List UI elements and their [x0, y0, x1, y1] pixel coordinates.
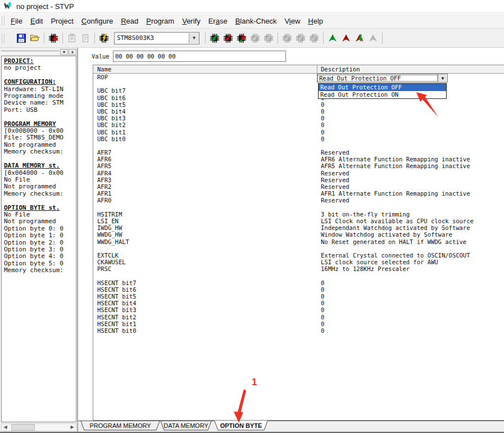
option-desc-cell: Reserved	[321, 183, 349, 190]
toolbar-separator	[44, 33, 44, 44]
table-row[interactable]: UBC bit10	[93, 129, 504, 136]
chip-program-all-button[interactable]	[294, 31, 307, 45]
table-row[interactable]: AFR1AFR1 Alternate Function Remapping in…	[93, 190, 504, 197]
table-row[interactable]: AFR3Reserved	[93, 177, 504, 183]
option-name-cell: UBC bit6	[97, 94, 126, 101]
table-row[interactable]: HSITRIM3 bit on-the-fly trimming	[93, 211, 504, 218]
table-row[interactable]: AFR2Reserved	[93, 183, 504, 190]
menu-item-verify[interactable]: Verify	[178, 15, 205, 27]
table-row[interactable]: AFR7Reserved	[93, 149, 504, 156]
menubar-gripper[interactable]	[2, 16, 4, 26]
table-row[interactable]: WWDG_HWWindow Watchdog activated by Soft…	[93, 231, 504, 238]
table-row[interactable]: LSI_ENLSI Clock not available as CPU clo…	[93, 218, 504, 224]
sidebar-hscrollbar[interactable]: ◀ ▶	[1, 423, 76, 431]
chip-verify-current-button[interactable]	[235, 31, 248, 45]
menu-item-file[interactable]: File	[7, 15, 26, 27]
table-row[interactable]: UBC bit50	[93, 101, 504, 108]
program-chip-button[interactable]	[47, 31, 60, 45]
table-row-gap	[93, 245, 504, 252]
tab-option-byte[interactable]: OPTION BYTE	[220, 422, 262, 429]
menu-item-program[interactable]: Program	[142, 15, 178, 27]
option-name-cell: HSECNT bit3	[97, 306, 137, 313]
table-row[interactable]: UBC bit30	[93, 115, 504, 121]
menu-item-view[interactable]: View	[280, 15, 304, 27]
menu-item-project[interactable]: Project	[47, 15, 77, 27]
rop-dropdown-list: Read Out Protection OFF Read Out Protect…	[318, 83, 447, 99]
table-row[interactable]: HSECNT bit30	[93, 306, 504, 313]
menu-item-blank-check[interactable]: Blank-Check	[231, 15, 281, 27]
menu-item-edit[interactable]: Edit	[26, 15, 47, 27]
device-select-arrow[interactable]: ▼	[189, 33, 199, 43]
table-row[interactable]: HSECNT bit00	[93, 327, 504, 334]
chip-read-active-button[interactable]	[326, 31, 339, 45]
menu-item-help[interactable]: Help	[304, 15, 327, 27]
menu-item-erase[interactable]: Erase	[205, 15, 231, 27]
paste-special-button[interactable]	[79, 31, 92, 45]
app-icon	[3, 2, 12, 11]
rop-combobox-arrow[interactable]: ▼	[438, 74, 447, 82]
value-input[interactable]	[113, 51, 286, 62]
chip-verify-all-button[interactable]	[307, 31, 321, 45]
table-row[interactable]: HSECNT bit60	[93, 286, 504, 293]
panel-drag-handle[interactable]	[1, 51, 60, 53]
chip-read-current-button[interactable]	[208, 31, 221, 45]
chip-blank-current-button[interactable]	[262, 31, 275, 45]
chip-erase-current-button[interactable]	[248, 31, 262, 45]
tab-data-memory[interactable]: DATA MEMORY	[164, 422, 208, 429]
sidebar-line: Not programmed	[4, 218, 76, 225]
option-desc-cell: 0	[321, 115, 324, 121]
chip-program-active-button[interactable]	[339, 31, 353, 45]
option-desc-cell: 0	[321, 320, 324, 327]
menu-item-configure[interactable]: Configure	[78, 15, 117, 27]
save-button[interactable]	[15, 31, 28, 45]
option-desc-cell: LSI clock source selected for AWU	[321, 259, 438, 265]
table-row[interactable]: AFR5AFR5 Alternate Function Remapping in…	[93, 162, 504, 169]
table-row[interactable]: CKAWUSELLSI clock source selected for AW…	[93, 259, 504, 265]
table-row[interactable]: AFR6AFR6 Alternate Function Remapping in…	[93, 156, 504, 162]
option-name-cell: UBC bit1	[97, 129, 126, 136]
panel-menu-button[interactable]: ▼	[60, 49, 68, 55]
toolbar-separator	[205, 33, 206, 44]
open-button[interactable]	[28, 31, 42, 45]
table-row[interactable]: WWDG_HALTNo Reset generated on HALT if W…	[93, 238, 504, 245]
panel-close-button[interactable]: x	[69, 49, 76, 55]
toolbar-separator	[382, 33, 383, 44]
option-desc-cell: 0	[321, 306, 324, 313]
table-row[interactable]: IWDG_HWIndependant Watchdog activated by…	[93, 224, 504, 231]
menu-item-read[interactable]: Read	[117, 15, 142, 27]
table-row[interactable]: UBC bit00	[93, 136, 504, 142]
rop-option-off[interactable]: Read Out Protection OFF	[319, 84, 446, 91]
table-row[interactable]: AFR4Reserved	[93, 170, 504, 177]
option-name-cell: AFR7	[97, 149, 111, 156]
device-select[interactable]: STM8S003K3 ▼	[114, 32, 199, 44]
table-row[interactable]: HSECNT bit20	[93, 314, 504, 320]
chip-read-all-button[interactable]	[280, 31, 294, 45]
rop-combobox[interactable]: Read Out Protection OFF ▼	[317, 74, 448, 83]
table-row[interactable]: HSECNT bit40	[93, 300, 504, 306]
select-chip-button[interactable]	[97, 31, 111, 45]
tab-program-memory[interactable]: PROGRAM MEMORY	[89, 422, 151, 429]
table-row[interactable]: HSECNT bit50	[93, 293, 504, 300]
table-row[interactable]: EXTCLKExternal Crystal connected to OSCI…	[93, 252, 504, 259]
column-header-description[interactable]: Description	[321, 66, 360, 73]
column-header-name[interactable]: Name	[97, 66, 111, 73]
table-row[interactable]: HSECNT bit70	[93, 279, 504, 286]
toolbar-gripper[interactable]	[2, 33, 4, 43]
stvp-window: { "window": { "title": "no project - STV…	[0, 0, 504, 438]
table-row[interactable]: PRSC16MHz to 128KHz Prescaler	[93, 265, 504, 272]
paste-button[interactable]	[65, 31, 79, 45]
chip-blank-active-button[interactable]	[366, 31, 380, 45]
column-divider[interactable]	[317, 65, 317, 73]
table-row[interactable]: AFR0Reserved	[93, 197, 504, 204]
scroll-left-arrow[interactable]: ◀	[2, 424, 9, 431]
table-row[interactable]: UBC bit40	[93, 108, 504, 115]
chip-program-current-button[interactable]	[221, 31, 235, 45]
option-desc-cell: 0	[321, 314, 324, 320]
scroll-thumb[interactable]	[11, 424, 35, 431]
scroll-right-arrow[interactable]: ▶	[69, 424, 76, 431]
table-row[interactable]: UBC bit20	[93, 121, 504, 128]
sidebar-panelbar: ▼ x	[1, 48, 76, 55]
rop-option-on[interactable]: Read Out Protection ON	[319, 91, 446, 98]
chip-verify-active-button[interactable]	[353, 31, 366, 45]
table-row[interactable]: HSECNT bit10	[93, 320, 504, 327]
